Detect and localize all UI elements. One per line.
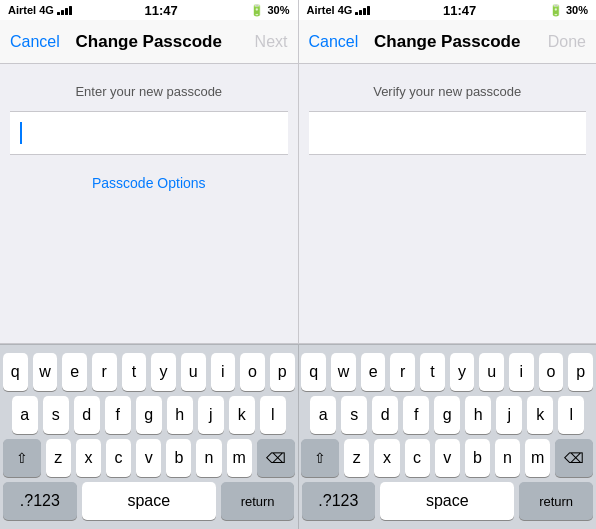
key-k[interactable]: k bbox=[229, 396, 255, 434]
key-c[interactable]: c bbox=[106, 439, 131, 477]
key-g-r[interactable]: g bbox=[434, 396, 460, 434]
passcode-options-link[interactable]: Passcode Options bbox=[92, 175, 206, 191]
key-f[interactable]: f bbox=[105, 396, 131, 434]
cancel-button-enter[interactable]: Cancel bbox=[10, 33, 60, 51]
key-i[interactable]: i bbox=[211, 353, 236, 391]
status-bar-right: Airtel 4G 11:47 🔋 30% bbox=[299, 0, 597, 20]
passcode-input-verify[interactable] bbox=[309, 111, 587, 155]
key-d[interactable]: d bbox=[74, 396, 100, 434]
key-o-r[interactable]: o bbox=[539, 353, 564, 391]
backspace-key-left[interactable]: ⌫ bbox=[257, 439, 295, 477]
key-p[interactable]: p bbox=[270, 353, 295, 391]
signal-icon bbox=[57, 5, 72, 15]
key-y-r[interactable]: y bbox=[450, 353, 475, 391]
key-w-r[interactable]: w bbox=[331, 353, 356, 391]
backspace-icon-left: ⌫ bbox=[266, 450, 286, 466]
key-e[interactable]: e bbox=[62, 353, 87, 391]
keyboards-container: q w e r t y u i o p a s d f g h j k l ⇧ … bbox=[0, 344, 596, 529]
key-t[interactable]: t bbox=[122, 353, 147, 391]
key-o[interactable]: o bbox=[240, 353, 265, 391]
nav-title-verify: Change Passcode bbox=[374, 32, 520, 52]
key-r-r[interactable]: r bbox=[390, 353, 415, 391]
backspace-key-right[interactable]: ⌫ bbox=[555, 439, 593, 477]
key-u-r[interactable]: u bbox=[479, 353, 504, 391]
key-x[interactable]: x bbox=[76, 439, 101, 477]
key-v-r[interactable]: v bbox=[435, 439, 460, 477]
key-f-r[interactable]: f bbox=[403, 396, 429, 434]
key-c-r[interactable]: c bbox=[405, 439, 430, 477]
key-m-r[interactable]: m bbox=[525, 439, 550, 477]
shift-key-left[interactable]: ⇧ bbox=[3, 439, 41, 477]
keyboard-right: q w e r t y u i o p a s d f g h j k l ⇧ … bbox=[299, 345, 597, 529]
return-key-left[interactable]: return bbox=[221, 482, 295, 520]
cancel-button-verify[interactable]: Cancel bbox=[309, 33, 359, 51]
return-key-right[interactable]: return bbox=[519, 482, 593, 520]
key-s-r[interactable]: s bbox=[341, 396, 367, 434]
verify-passcode-panel: Airtel 4G 11:47 🔋 30% Cancel Change Pass… bbox=[299, 0, 597, 343]
key-a-r[interactable]: a bbox=[310, 396, 336, 434]
key-j-r[interactable]: j bbox=[496, 396, 522, 434]
key-row-2-left: a s d f g h j k l bbox=[3, 396, 295, 434]
key-j[interactable]: j bbox=[198, 396, 224, 434]
key-z[interactable]: z bbox=[46, 439, 71, 477]
network-label-r: 4G bbox=[338, 4, 353, 16]
shift-key-right[interactable]: ⇧ bbox=[301, 439, 339, 477]
key-y[interactable]: y bbox=[151, 353, 176, 391]
nav-bar-enter: Cancel Change Passcode Next bbox=[0, 20, 298, 64]
key-t-r[interactable]: t bbox=[420, 353, 445, 391]
key-row-3-right: ⇧ z x c v b n m ⌫ bbox=[302, 439, 594, 477]
key-m[interactable]: m bbox=[227, 439, 252, 477]
backspace-icon-right: ⌫ bbox=[564, 450, 584, 466]
signal-icon-r bbox=[355, 5, 370, 15]
passcode-input-enter[interactable] bbox=[10, 111, 288, 155]
key-r[interactable]: r bbox=[92, 353, 117, 391]
key-row-1-right: q w e r t y u i o p bbox=[302, 353, 594, 391]
key-n-r[interactable]: n bbox=[495, 439, 520, 477]
key-a[interactable]: a bbox=[12, 396, 38, 434]
key-g[interactable]: g bbox=[136, 396, 162, 434]
carrier-label: Airtel bbox=[8, 4, 36, 16]
enter-passcode-content: Enter your new passcode Passcode Options bbox=[0, 64, 298, 343]
time-label-r: 11:47 bbox=[443, 3, 476, 18]
key-k-r[interactable]: k bbox=[527, 396, 553, 434]
key-v[interactable]: v bbox=[136, 439, 161, 477]
key-p-r[interactable]: p bbox=[568, 353, 593, 391]
symbols-key-left[interactable]: .?123 bbox=[3, 482, 77, 520]
key-e-r[interactable]: e bbox=[361, 353, 386, 391]
key-row-3-left: ⇧ z x c v b n m ⌫ bbox=[3, 439, 295, 477]
key-q[interactable]: q bbox=[3, 353, 28, 391]
battery-icon-r: 🔋 bbox=[549, 4, 563, 17]
key-b[interactable]: b bbox=[166, 439, 191, 477]
enter-prompt: Enter your new passcode bbox=[75, 84, 222, 99]
nav-bar-verify: Cancel Change Passcode Done bbox=[299, 20, 597, 64]
next-button[interactable]: Next bbox=[237, 33, 287, 51]
done-button[interactable]: Done bbox=[536, 33, 586, 51]
verify-passcode-content: Verify your new passcode bbox=[299, 64, 597, 343]
key-w[interactable]: w bbox=[33, 353, 58, 391]
key-h[interactable]: h bbox=[167, 396, 193, 434]
shift-icon-right: ⇧ bbox=[314, 450, 326, 466]
key-u[interactable]: u bbox=[181, 353, 206, 391]
key-d-r[interactable]: d bbox=[372, 396, 398, 434]
cursor-enter bbox=[20, 122, 22, 144]
enter-passcode-panel: Airtel 4G 11:47 🔋 30% Cancel Change Pass… bbox=[0, 0, 299, 343]
key-l[interactable]: l bbox=[260, 396, 286, 434]
key-n[interactable]: n bbox=[196, 439, 221, 477]
battery-icon: 🔋 bbox=[250, 4, 264, 17]
key-z-r[interactable]: z bbox=[344, 439, 369, 477]
key-row-4-left: .?123 space return bbox=[3, 482, 295, 520]
key-s[interactable]: s bbox=[43, 396, 69, 434]
key-h-r[interactable]: h bbox=[465, 396, 491, 434]
battery-label: 30% bbox=[267, 4, 289, 16]
space-key-left[interactable]: space bbox=[82, 482, 216, 520]
key-b-r[interactable]: b bbox=[465, 439, 490, 477]
key-l-r[interactable]: l bbox=[558, 396, 584, 434]
key-i-r[interactable]: i bbox=[509, 353, 534, 391]
space-key-right[interactable]: space bbox=[380, 482, 514, 520]
symbols-key-right[interactable]: .?123 bbox=[302, 482, 376, 520]
shift-icon-left: ⇧ bbox=[16, 450, 28, 466]
key-row-2-right: a s d f g h j k l bbox=[302, 396, 594, 434]
verify-prompt: Verify your new passcode bbox=[373, 84, 521, 99]
key-x-r[interactable]: x bbox=[374, 439, 399, 477]
key-q-r[interactable]: q bbox=[301, 353, 326, 391]
